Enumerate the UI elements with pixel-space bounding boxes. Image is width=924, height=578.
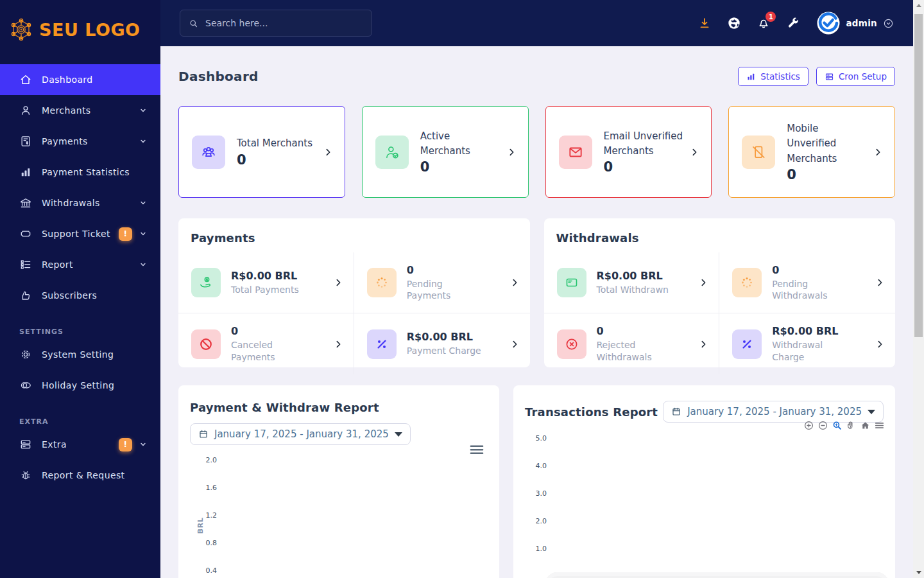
transactions-report-card: Transactions Report January 17, 2025 - J… — [513, 385, 895, 578]
sidebar-item-label: System Setting — [42, 349, 114, 360]
sidebar-item-label: Extra — [42, 439, 67, 450]
payment-charge-item[interactable]: R$0.00 BRL Payment Charge — [354, 313, 530, 374]
alert-badge: ! — [119, 227, 132, 241]
bell-icon[interactable]: 1 — [757, 16, 771, 30]
total-merchants-card[interactable]: Total Merchants 0 — [178, 106, 345, 198]
cell-value: 0 — [407, 264, 484, 276]
statistics-button[interactable]: Statistics — [738, 67, 809, 86]
page-header: Dashboard Statistics Cron Setup — [178, 67, 895, 86]
chevron-right-icon — [698, 277, 708, 288]
y-tick: 5.0 — [525, 434, 547, 442]
payment-withdraw-report-card: Payment & Withdraw Report January 17, 20… — [178, 385, 499, 578]
user-name: admin — [846, 18, 877, 28]
logo[interactable]: SEU LOGO — [0, 0, 160, 42]
sidebar-item-holiday-setting[interactable]: Holiday Setting — [0, 370, 160, 401]
chart-menu-icon[interactable] — [874, 420, 885, 431]
header-buttons: Statistics Cron Setup — [738, 67, 895, 86]
home-icon — [19, 73, 32, 86]
sidebar-item-payments[interactable]: Payments — [0, 126, 160, 157]
withdrawals-panel-title: Withdrawals — [544, 231, 896, 245]
user-menu[interactable]: admin — [817, 12, 894, 35]
scroll-down-button[interactable] — [913, 567, 924, 578]
y-tick: 1.6 — [195, 484, 217, 492]
date-range-label: January 17, 2025 - January 31, 2025 — [214, 428, 389, 440]
spinner-icon — [732, 268, 762, 297]
ticket-icon — [19, 227, 32, 240]
invoice-dollar-icon — [19, 135, 32, 148]
bank-icon — [19, 197, 32, 209]
avatar — [817, 12, 840, 35]
sidebar-item-support-ticket[interactable]: Support Ticket ! — [0, 218, 160, 249]
scroll-up-button[interactable] — [913, 0, 924, 11]
y-tick: 1.0 — [525, 545, 547, 553]
cell-label: Rejected Withdrawals — [597, 339, 674, 362]
scrollbar-thumb[interactable] — [914, 14, 923, 337]
sidebar-item-payment-statistics[interactable]: Payment Statistics — [0, 157, 160, 188]
sidebar-item-report[interactable]: Report — [0, 249, 160, 280]
sidebar-item-label: Withdrawals — [42, 198, 100, 208]
server-icon — [19, 438, 32, 451]
chart-menu-icon[interactable] — [470, 444, 484, 455]
zoom-in-icon[interactable] — [803, 420, 814, 431]
pending-payments-item[interactable]: 0 Pending Payments — [354, 252, 530, 313]
sidebar-item-label: Report & Request — [42, 470, 125, 480]
download-icon[interactable] — [697, 16, 712, 30]
stat-cards-row: Total Merchants 0 Active Merchants 0 Ema… — [178, 106, 895, 198]
stat-card-value: 0 — [420, 159, 496, 175]
zoom-out-icon[interactable] — [817, 420, 828, 431]
stat-card-label: Mobile Unverified Merchants — [787, 121, 851, 166]
sidebar-item-merchants[interactable]: Merchants — [0, 95, 160, 126]
date-range-label: January 17, 2025 - January 31, 2025 — [687, 406, 862, 417]
chevron-down-circle-icon — [883, 18, 894, 29]
total-payments-item[interactable]: R$0.00 BRL Total Payments — [178, 252, 354, 313]
cron-setup-button[interactable]: Cron Setup — [816, 67, 895, 86]
chevron-right-icon — [698, 339, 708, 349]
search-input[interactable] — [205, 18, 364, 28]
thumbs-up-icon — [19, 289, 32, 302]
mobile-unverified-merchants-card[interactable]: Mobile Unverified Merchants 0 — [728, 106, 895, 198]
active-merchants-card[interactable]: Active Merchants 0 — [362, 106, 529, 198]
withdrawal-charge-item[interactable]: R$0.00 BRL Withdrawal Charge — [719, 313, 895, 374]
chevron-right-icon — [323, 147, 333, 157]
chevron-right-icon — [509, 277, 520, 288]
globe-icon[interactable] — [727, 16, 741, 30]
home-reset-icon[interactable] — [860, 420, 871, 431]
logo-icon — [8, 17, 34, 42]
sidebar-heading-extra: EXTRA — [0, 414, 160, 429]
sidebar-item-withdrawals[interactable]: Withdrawals — [0, 188, 160, 218]
sidebar-item-subscribers[interactable]: Subscribers — [0, 280, 160, 311]
total-withdrawn-item[interactable]: R$0.00 BRL Total Withdrawn — [544, 252, 720, 313]
sidebar-item-system-setting[interactable]: System Setting — [0, 339, 160, 370]
notification-badge: 1 — [766, 12, 776, 22]
vertical-scrollbar[interactable] — [913, 0, 924, 578]
list-icon — [19, 258, 32, 271]
cell-value: R$0.00 BRL — [772, 325, 849, 337]
rejected-withdrawals-item[interactable]: 0 Rejected Withdrawals — [544, 313, 720, 374]
date-range-picker[interactable]: January 17, 2025 - January 31, 2025 — [663, 401, 884, 423]
y-axis-label: BRL — [196, 518, 205, 534]
sidebar-heading-settings: SETTINGS — [0, 324, 160, 339]
sidebar-item-label: Merchants — [42, 105, 91, 116]
payments-panel: Payments R$0.00 BRL Total Payments 0 Pen… — [178, 218, 530, 367]
pending-withdrawals-item[interactable]: 0 Pending Withdrawals — [719, 252, 895, 313]
wrench-icon[interactable] — [786, 16, 800, 30]
chart-plot-area — [545, 572, 889, 578]
sidebar-item-extra[interactable]: Extra ! — [0, 429, 160, 460]
canceled-payments-item[interactable]: 0 Canceled Payments — [178, 313, 354, 374]
pan-icon[interactable] — [846, 420, 857, 431]
sidebar-item-report-request[interactable]: Report & Request — [0, 460, 160, 491]
email-unverified-merchants-card[interactable]: Email Unverified Merchants 0 — [545, 106, 712, 198]
sidebar-item-dashboard[interactable]: Dashboard — [0, 64, 160, 95]
stat-card-label: Total Merchants — [237, 136, 312, 151]
cell-label: Canceled Payments — [231, 339, 308, 362]
cell-value: 0 — [597, 325, 674, 337]
date-range-picker[interactable]: January 17, 2025 - January 31, 2025 — [190, 423, 411, 445]
gear-icon — [19, 348, 32, 361]
credit-card-icon — [557, 268, 586, 297]
cell-value: R$0.00 BRL — [597, 270, 669, 282]
bug-icon — [19, 469, 32, 482]
cell-value: 0 — [772, 264, 849, 276]
chevron-right-icon — [873, 147, 883, 157]
withdrawals-panel: Withdrawals R$0.00 BRL Total Withdrawn 0… — [544, 218, 896, 367]
zoom-tool-icon[interactable] — [832, 420, 843, 431]
